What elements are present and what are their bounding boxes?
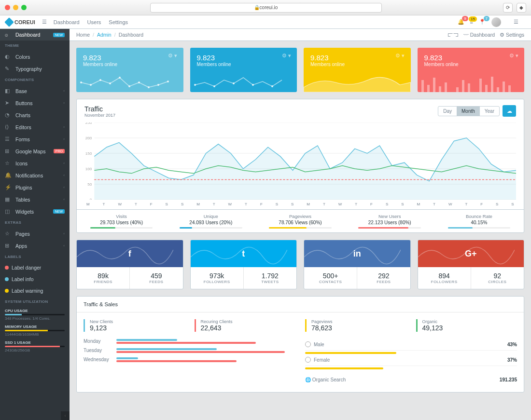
sidebar-label[interactable]: Label danger — [0, 262, 70, 273]
sidebar-label[interactable]: Label warning — [0, 285, 70, 297]
ts-metric: Recuring Clients22,643 — [195, 319, 296, 332]
sidebar-title-extras: EXTRAS — [0, 217, 70, 228]
right-toggle-icon[interactable]: ☰ — [514, 19, 518, 25]
svg-text:100: 100 — [85, 167, 92, 171]
sidebar-apps[interactable]: ⊞Apps‹ — [0, 240, 70, 252]
app-header: COREUI ☰ Dashboard Users Settings 🔔9 ≡15… — [0, 15, 531, 29]
period-month[interactable]: Month — [457, 107, 480, 116]
svg-text:200: 200 — [85, 136, 92, 140]
svg-point-6 — [138, 81, 140, 83]
traffic-footer-col: Pageviews78.706 Views (60%) — [255, 210, 345, 232]
svg-rect-18 — [439, 86, 441, 92]
menu-toggle-icon[interactable]: ☰ — [42, 19, 47, 25]
svg-point-11 — [213, 85, 215, 87]
svg-rect-28 — [508, 85, 511, 92]
sidebar-widgets[interactable]: ◫WidgetsNEW — [0, 205, 70, 217]
social-icon: G+ — [465, 249, 477, 259]
sidebar-buttons[interactable]: ➤Buttons‹ — [0, 97, 70, 109]
svg-rect-21 — [462, 80, 464, 92]
social-stat: 500+CONTACTS — [304, 267, 357, 289]
svg-text:50: 50 — [87, 182, 92, 187]
ts-day-row: Wednesday — [84, 357, 295, 362]
svg-point-14 — [271, 85, 273, 87]
svg-point-1 — [90, 84, 92, 86]
sidebar-pages[interactable]: ☆Pages‹ — [0, 228, 70, 240]
sidebar-googlemaps[interactable]: ⊞Google MapsPRO — [0, 145, 70, 157]
gear-icon[interactable]: ⚙ ▾ — [395, 53, 405, 59]
bc-home[interactable]: Home — [76, 32, 90, 38]
sidebar-tables[interactable]: ▦Tables‹ — [0, 193, 70, 205]
sidebar-title-theme: THEME — [0, 41, 70, 51]
svg-point-13 — [252, 84, 254, 86]
organic-search-value: 191.235 — [500, 377, 517, 382]
sidebar-notifications[interactable]: 🔔Notifications‹ — [0, 169, 70, 181]
sidebar-editors[interactable]: ⟨⟩Editors‹ — [0, 121, 70, 133]
breadcrumb: Home/ Admin/ Dashboard ⫍⫎ 〰 Dashboard ⚙ … — [70, 29, 531, 41]
window-controls[interactable] — [5, 5, 27, 10]
organic-search-label: Organic Search — [312, 377, 346, 382]
address-bar[interactable]: 🔒 coreui.io — [150, 3, 382, 13]
social-card: G+894FOLLOWERS92CIRCLES — [418, 240, 525, 289]
bc-current: Dashboard — [119, 32, 143, 38]
traffic-sales-card: Traffic & Sales New Clients9,123Recuring… — [76, 296, 524, 393]
nav-dashboard[interactable]: Dashboard — [54, 19, 80, 25]
sys-cpu: CPU USAGE348 Processes. 1/4 Cores. — [0, 307, 70, 323]
svg-rect-17 — [433, 78, 435, 92]
list-icon[interactable]: ≡15 — [470, 19, 473, 25]
nav-settings[interactable]: Settings — [109, 19, 128, 25]
stat-card: ⚙ ▾9.823Members online — [190, 48, 297, 92]
bc-settings-link[interactable]: ⚙ Settings — [500, 32, 524, 38]
browser-chrome: 🔒 coreui.io ⟳ ◆ — [0, 0, 531, 15]
location-icon[interactable]: 📍7 — [479, 19, 486, 25]
sidebar-dashboard[interactable]: ⌾DashboardNEW — [0, 29, 70, 41]
svg-rect-26 — [497, 87, 499, 92]
gear-icon[interactable]: ⚙ ▾ — [282, 53, 291, 59]
gear-icon[interactable]: ⚙ ▾ — [168, 53, 177, 59]
sidebar-base[interactable]: ◧Base‹ — [0, 85, 70, 97]
svg-point-7 — [148, 86, 150, 88]
social-stat: 894FOLLOWERS — [418, 267, 471, 289]
social-stat: 89kFRIENDS — [77, 267, 129, 289]
shield-icon[interactable]: ◆ — [517, 3, 526, 13]
svg-rect-22 — [468, 83, 470, 92]
svg-rect-15 — [421, 80, 424, 92]
social-icon: in — [353, 249, 361, 259]
sidebar-forms[interactable]: ☰Forms‹ — [0, 133, 70, 145]
ts-metric: New Clients9,123 — [84, 319, 185, 332]
ts-metric: Pageviews78,623 — [305, 319, 406, 332]
sidebar-icons[interactable]: ☆Icons‹ — [0, 157, 70, 169]
stat-card: ⚙ ▾9.823Members online — [418, 48, 525, 92]
sidebar-plugins[interactable]: ⚡Plugins‹ — [0, 181, 70, 193]
nav-users[interactable]: Users — [87, 19, 101, 25]
svg-point-0 — [80, 81, 82, 83]
bc-graph-icon[interactable]: ⫍⫎ — [448, 32, 459, 38]
bell-icon[interactable]: 🔔9 — [458, 19, 464, 25]
stat-card: ⚙ ▾9.823Members online — [76, 48, 183, 92]
svg-rect-19 — [445, 82, 447, 92]
ts-day-row: Monday — [84, 339, 295, 344]
brand-logo[interactable]: COREUI — [6, 19, 35, 26]
sidebar-label[interactable]: Label info — [0, 273, 70, 285]
social-icon: t — [242, 249, 245, 259]
ts-gender-row: Male43% — [305, 339, 517, 354]
download-button[interactable]: ☁ — [503, 105, 516, 117]
bc-admin[interactable]: Admin — [97, 32, 112, 38]
bc-dashboard-link[interactable]: 〰 Dashboard — [463, 32, 495, 38]
sidebar-charts[interactable]: ◔Charts — [0, 109, 70, 121]
stat-label: Members online — [310, 62, 404, 67]
sidebar-title-components: COMPONENTS — [0, 75, 70, 85]
sidebar-colors[interactable]: ◐Colors — [0, 51, 70, 63]
refresh-button[interactable]: ⟳ — [503, 3, 513, 13]
traffic-chart: 050100150200250 MTWTFSSMTWTFSSMTWTFSSMTW… — [77, 118, 524, 209]
stat-label: Members online — [424, 62, 518, 67]
period-year[interactable]: Year — [480, 107, 499, 116]
period-day[interactable]: Day — [438, 107, 457, 116]
sidebar-typography[interactable]: ✎Typography — [0, 63, 70, 75]
ts-day-row: Tuesday — [84, 348, 295, 353]
gear-icon[interactable]: ⚙ ▾ — [509, 53, 518, 59]
avatar[interactable] — [491, 17, 501, 27]
svg-rect-23 — [479, 79, 482, 92]
sidebar-minimize-icon[interactable]: ‹ — [61, 411, 70, 420]
svg-point-2 — [99, 79, 101, 81]
stat-value: 9.823 — [424, 54, 518, 62]
